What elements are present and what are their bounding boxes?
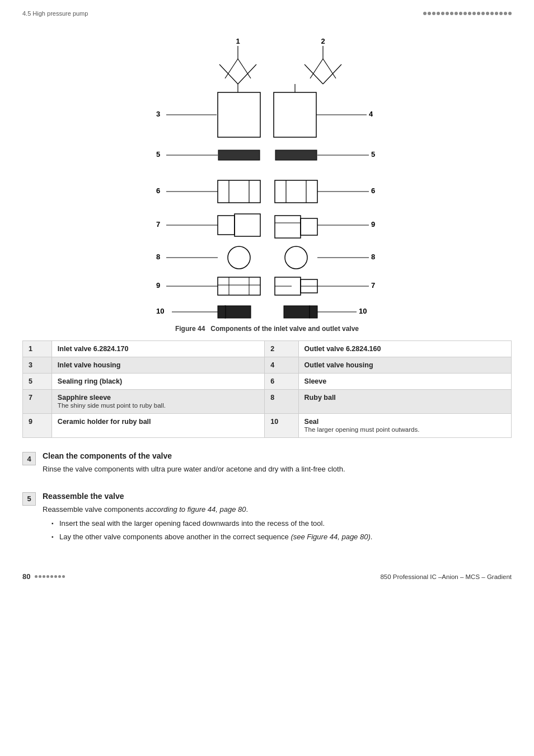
- step-5-section: 5 Reassemble the valve Reassemble valve …: [22, 492, 512, 545]
- step-5-body: Reassemble valve components according to…: [43, 504, 372, 515]
- step-5-content: Reassemble the valve Reassemble valve co…: [43, 492, 372, 545]
- part-num: 2: [265, 341, 298, 357]
- list-item: Insert the seal with the larger opening …: [51, 518, 372, 529]
- svg-rect-53: [218, 277, 260, 295]
- step-5-title: Reassemble the valve: [43, 492, 372, 501]
- step-4-title: Clean the components of the valve: [43, 451, 345, 460]
- diagram-area: 1 2 3 4 5: [0, 17, 534, 325]
- svg-text:5: 5: [371, 150, 375, 158]
- svg-point-47: [228, 246, 250, 269]
- svg-text:10: 10: [359, 307, 367, 315]
- svg-line-4: [225, 59, 238, 78]
- svg-line-10: [305, 64, 323, 84]
- part-label: Ruby ball: [298, 390, 511, 414]
- part-label: Sealing ring (black): [51, 374, 264, 390]
- svg-text:6: 6: [156, 186, 160, 195]
- part-num: 10: [265, 414, 298, 438]
- table-row: 9 Ceramic holder for ruby ball 10 Seal T…: [23, 414, 512, 438]
- page-number: 80: [22, 572, 30, 581]
- svg-text:2: 2: [321, 37, 325, 45]
- part-num: 4: [265, 357, 298, 374]
- svg-text:8: 8: [156, 253, 160, 261]
- parts-table: 1 Inlet valve 6.2824.170 2 Outlet valve …: [22, 340, 512, 438]
- svg-rect-39: [235, 214, 260, 236]
- svg-line-9: [323, 59, 336, 78]
- svg-text:7: 7: [371, 281, 375, 290]
- svg-rect-69: [284, 306, 310, 318]
- svg-rect-14: [218, 92, 260, 137]
- svg-line-7: [238, 64, 256, 84]
- part-num: 7: [23, 390, 52, 414]
- page-header: 4.5 High pressure pump: [0, 0, 534, 17]
- section-label: 4.5 High pressure pump: [22, 10, 88, 17]
- part-num: 3: [23, 357, 52, 374]
- list-item: Lay the other valve components above ano…: [51, 531, 372, 543]
- svg-text:7: 7: [156, 220, 160, 228]
- part-label: Outlet valve 6.2824.160: [298, 341, 511, 357]
- svg-rect-28: [218, 180, 260, 203]
- step-4-content: Clean the components of the valve Rinse …: [43, 451, 345, 478]
- svg-line-5: [238, 59, 251, 78]
- svg-rect-25: [275, 150, 317, 160]
- svg-text:5: 5: [156, 150, 160, 158]
- svg-line-11: [323, 64, 341, 84]
- svg-point-50: [285, 246, 307, 269]
- step-4-number: 4: [22, 452, 36, 465]
- part-num: 6: [265, 374, 298, 390]
- part-label: Sleeve: [298, 374, 511, 390]
- table-row: 5 Sealing ring (black) 6 Sleeve: [23, 374, 512, 390]
- svg-rect-38: [218, 216, 235, 235]
- svg-text:1: 1: [236, 37, 240, 45]
- part-label: Inlet valve housing: [51, 357, 264, 374]
- svg-rect-18: [274, 92, 316, 137]
- step-4-body: Rinse the valve components with ultra pu…: [43, 464, 345, 475]
- product-name: 850 Professional IC –Anion – MCS – Gradi…: [380, 573, 512, 580]
- part-num: 9: [23, 414, 52, 438]
- svg-text:9: 9: [371, 220, 375, 228]
- valve-diagram: 1 2 3 4 5: [110, 28, 424, 319]
- svg-line-6: [219, 64, 238, 84]
- svg-text:3: 3: [156, 110, 160, 118]
- svg-rect-33: [275, 180, 317, 203]
- svg-rect-22: [218, 150, 260, 160]
- figure-text: Components of the inlet valve and outlet…: [210, 325, 359, 333]
- step-4-row: 4 Clean the components of the valve Rins…: [22, 451, 512, 478]
- step-4-section: 4 Clean the components of the valve Rins…: [22, 451, 512, 478]
- part-label: Ceramic holder for ruby ball: [51, 414, 264, 438]
- table-row: 1 Inlet valve 6.2824.170 2 Outlet valve …: [23, 341, 512, 357]
- part-label: Sapphire sleeve The shiny side must poin…: [51, 390, 264, 414]
- header-decoration: [423, 12, 512, 15]
- part-label: Seal The larger opening must point outwa…: [298, 414, 511, 438]
- svg-text:10: 10: [156, 307, 164, 315]
- svg-text:4: 4: [369, 110, 373, 118]
- svg-rect-65: [225, 306, 251, 318]
- part-num: 8: [265, 390, 298, 414]
- part-num: 5: [23, 374, 52, 390]
- svg-rect-70: [310, 306, 317, 318]
- step-5-row: 5 Reassemble the valve Reassemble valve …: [22, 492, 512, 545]
- page-footer: 80 850 Professional IC –Anion – MCS – Gr…: [0, 556, 534, 591]
- part-label: Outlet valve housing: [298, 357, 511, 374]
- table-row: 3 Inlet valve housing 4 Outlet valve hou…: [23, 357, 512, 374]
- step-5-number: 5: [22, 492, 36, 506]
- svg-rect-66: [218, 306, 226, 318]
- figure-label: Figure 44: [175, 325, 205, 333]
- part-num: 1: [23, 341, 52, 357]
- footer-dots: [35, 575, 65, 578]
- svg-text:6: 6: [371, 186, 375, 195]
- figure-caption: Figure 44 Components of the inlet valve …: [0, 325, 534, 333]
- part-label: Inlet valve 6.2824.170: [51, 341, 264, 357]
- svg-text:8: 8: [371, 253, 375, 261]
- svg-line-8: [310, 59, 323, 78]
- svg-text:9: 9: [156, 281, 160, 290]
- svg-rect-43: [301, 218, 317, 235]
- step-5-bullets: Insert the seal with the larger opening …: [51, 518, 372, 542]
- svg-rect-42: [275, 216, 301, 238]
- table-row: 7 Sapphire sleeve The shiny side must po…: [23, 390, 512, 414]
